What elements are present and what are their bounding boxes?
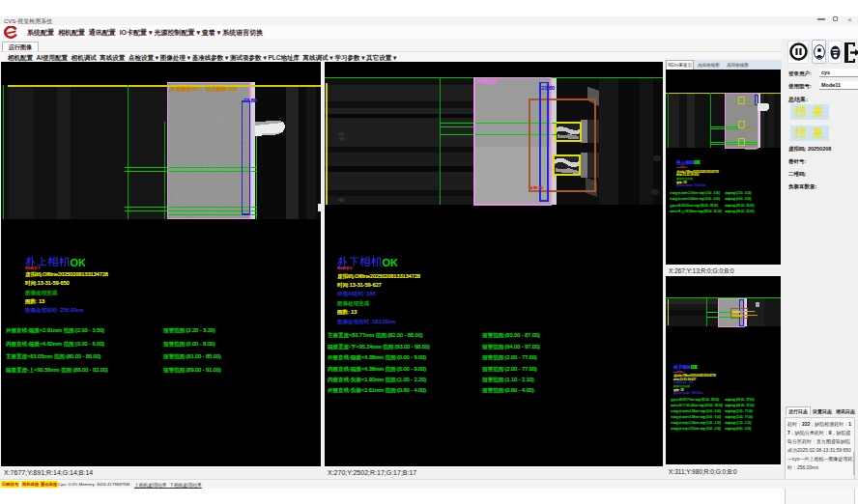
svg-text:OK: OK — [71, 257, 86, 267]
svg-text:OK: OK — [383, 257, 398, 267]
